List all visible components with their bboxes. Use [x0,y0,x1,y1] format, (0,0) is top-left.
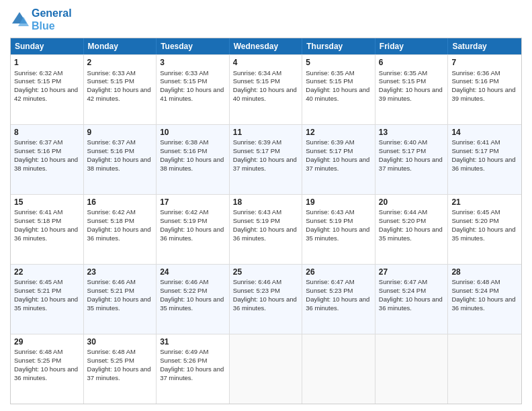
sunrise-text: Sunrise: 6:33 AM [160,69,208,77]
daylight-text: Daylight: 10 hours and 35 minutes. [87,295,151,312]
sunrise-text: Sunrise: 6:47 AM [306,278,354,285]
day-number: 2 [87,57,153,68]
calendar-body: 1Sunrise: 6:32 AMSunset: 5:15 PMDaylight… [11,54,521,404]
sunrise-text: Sunrise: 6:39 AM [306,138,354,146]
daylight-text: Daylight: 10 hours and 40 minutes. [233,86,297,102]
day-number: 8 [14,127,80,138]
daylight-text: Daylight: 10 hours and 39 minutes. [379,86,443,102]
day-number: 25 [233,267,299,277]
daylight-text: Daylight: 10 hours and 36 minutes. [233,226,297,242]
sunrise-text: Sunrise: 6:42 AM [160,208,208,216]
sunrise-text: Sunrise: 6:45 AM [14,278,62,285]
sunrise-text: Sunrise: 6:46 AM [160,278,208,285]
calendar-day-21: 21Sunrise: 6:45 AMSunset: 5:20 PMDayligh… [448,195,521,264]
calendar-day-27: 27Sunrise: 6:47 AMSunset: 5:24 PMDayligh… [375,265,449,334]
sunrise-text: Sunrise: 6:38 AM [160,138,208,146]
daylight-text: Daylight: 10 hours and 37 minutes. [306,156,369,172]
calendar-day-12: 12Sunrise: 6:39 AMSunset: 5:17 PMDayligh… [302,125,375,194]
sunset-text: Sunset: 5:15 PM [379,77,426,85]
day-number: 23 [87,267,153,277]
calendar-day-14: 14Sunrise: 6:41 AMSunset: 5:17 PMDayligh… [448,125,521,194]
sunrise-text: Sunrise: 6:48 AM [87,348,136,355]
daylight-text: Daylight: 10 hours and 42 minutes. [14,86,78,102]
calendar-day-19: 19Sunrise: 6:43 AMSunset: 5:19 PMDayligh… [302,195,375,264]
sunset-text: Sunset: 5:26 PM [160,357,207,364]
sunrise-text: Sunrise: 6:48 AM [14,348,62,355]
day-number: 12 [306,127,371,138]
sunset-text: Sunset: 5:22 PM [160,287,207,294]
calendar-day-29: 29Sunrise: 6:48 AMSunset: 5:25 PMDayligh… [11,334,84,404]
sunset-text: Sunset: 5:15 PM [233,77,280,85]
daylight-text: Daylight: 10 hours and 36 minutes. [160,226,224,242]
sunset-text: Sunset: 5:15 PM [306,77,353,85]
calendar-day-22: 22Sunrise: 6:45 AMSunset: 5:21 PMDayligh… [11,265,84,334]
day-number: 1 [14,57,80,68]
day-number: 19 [306,197,371,208]
sunset-text: Sunset: 5:15 PM [87,77,134,85]
sunset-text: Sunset: 5:19 PM [233,217,280,224]
calendar-week-2: 8Sunrise: 6:37 AMSunset: 5:16 PMDaylight… [11,124,521,194]
logo: General Blue [10,7,72,32]
calendar-week-1: 1Sunrise: 6:32 AMSunset: 5:15 PMDaylight… [11,54,521,124]
daylight-text: Daylight: 10 hours and 36 minutes. [451,156,515,172]
sunset-text: Sunset: 5:23 PM [306,287,353,294]
calendar-day-5: 5Sunrise: 6:35 AMSunset: 5:15 PMDaylight… [302,55,375,124]
sunrise-text: Sunrise: 6:32 AM [14,69,62,77]
sunset-text: Sunset: 5:16 PM [87,147,134,154]
calendar-day-18: 18Sunrise: 6:43 AMSunset: 5:19 PMDayligh… [230,195,303,264]
sunset-text: Sunset: 5:18 PM [87,217,134,224]
daylight-text: Daylight: 10 hours and 35 minutes. [14,295,78,312]
sunset-text: Sunset: 5:19 PM [306,217,353,224]
day-number: 7 [451,57,518,68]
day-number: 21 [451,197,518,208]
day-number: 18 [233,197,299,208]
sunset-text: Sunset: 5:16 PM [14,147,61,154]
daylight-text: Daylight: 10 hours and 35 minutes. [379,226,443,242]
daylight-text: Daylight: 10 hours and 36 minutes. [14,365,78,381]
sunset-text: Sunset: 5:24 PM [379,287,426,294]
calendar-day-28: 28Sunrise: 6:48 AMSunset: 5:24 PMDayligh… [448,265,521,334]
daylight-text: Daylight: 10 hours and 36 minutes. [233,295,297,312]
day-number: 15 [14,197,80,208]
calendar-day-2: 2Sunrise: 6:33 AMSunset: 5:15 PMDaylight… [84,55,157,124]
sunset-text: Sunset: 5:20 PM [451,217,498,224]
calendar-week-4: 22Sunrise: 6:45 AMSunset: 5:21 PMDayligh… [11,264,521,334]
daylight-text: Daylight: 10 hours and 41 minutes. [160,86,224,102]
daylight-text: Daylight: 10 hours and 37 minutes. [379,156,443,172]
sunrise-text: Sunrise: 6:35 AM [306,69,354,77]
day-number: 29 [14,336,80,347]
calendar-week-5: 29Sunrise: 6:48 AMSunset: 5:25 PMDayligh… [11,334,521,404]
sunset-text: Sunset: 5:21 PM [87,287,134,294]
calendar-day-7: 7Sunrise: 6:36 AMSunset: 5:16 PMDaylight… [448,55,521,124]
sunset-text: Sunset: 5:16 PM [451,77,498,85]
sunset-text: Sunset: 5:23 PM [233,287,280,294]
sunrise-text: Sunrise: 6:37 AM [87,138,136,146]
sunset-text: Sunset: 5:24 PM [451,287,498,294]
day-number: 14 [451,127,518,138]
calendar-day-30: 30Sunrise: 6:48 AMSunset: 5:25 PMDayligh… [84,334,157,404]
calendar-day-23: 23Sunrise: 6:46 AMSunset: 5:21 PMDayligh… [84,265,157,334]
sunset-text: Sunset: 5:17 PM [306,147,353,154]
calendar-day-26: 26Sunrise: 6:47 AMSunset: 5:23 PMDayligh… [302,265,375,334]
calendar-day-3: 3Sunrise: 6:33 AMSunset: 5:15 PMDaylight… [157,55,230,124]
sunrise-text: Sunrise: 6:39 AM [233,138,281,146]
day-number: 9 [87,127,153,138]
day-header-thursday: Thursday [302,38,375,54]
sunset-text: Sunset: 5:19 PM [160,217,207,224]
day-header-saturday: Saturday [448,38,521,54]
calendar-week-3: 15Sunrise: 6:41 AMSunset: 5:18 PMDayligh… [11,194,521,264]
sunset-text: Sunset: 5:16 PM [160,147,207,154]
sunrise-text: Sunrise: 6:43 AM [306,208,354,216]
calendar-day-10: 10Sunrise: 6:38 AMSunset: 5:16 PMDayligh… [157,125,230,194]
day-number: 10 [160,127,226,138]
sunset-text: Sunset: 5:20 PM [379,217,426,224]
sunrise-text: Sunrise: 6:42 AM [87,208,136,216]
calendar-day-1: 1Sunrise: 6:32 AMSunset: 5:15 PMDaylight… [11,55,84,124]
sunrise-text: Sunrise: 6:41 AM [14,208,62,216]
sunrise-text: Sunrise: 6:44 AM [379,208,427,216]
daylight-text: Daylight: 10 hours and 37 minutes. [233,156,297,172]
calendar-day-8: 8Sunrise: 6:37 AMSunset: 5:16 PMDaylight… [11,125,84,194]
daylight-text: Daylight: 10 hours and 37 minutes. [160,365,224,381]
sunrise-text: Sunrise: 6:37 AM [14,138,62,146]
sunset-text: Sunset: 5:17 PM [451,147,498,154]
